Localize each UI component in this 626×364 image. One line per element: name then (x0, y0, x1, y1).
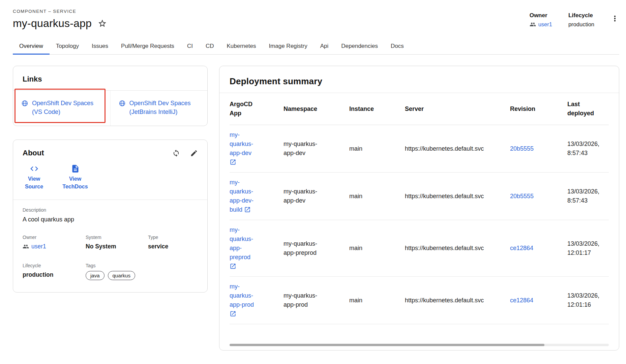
instance-cell: main (349, 277, 405, 324)
tab-topology[interactable]: Topology (50, 38, 85, 54)
system-field-value: No System (86, 243, 148, 250)
view-source-label: View Source (21, 175, 47, 190)
argocd-app-link[interactable]: my-quarkus-app-prod (230, 283, 254, 308)
view-source-button[interactable]: View Source (21, 164, 47, 190)
table-header-row: ArgoCD App Namespace Instance Server Rev… (230, 93, 609, 125)
external-link-icon[interactable] (230, 158, 236, 167)
column-header-namespace: Namespace (284, 104, 323, 114)
tab-overview[interactable]: Overview (13, 38, 50, 54)
deployment-summary-title: Deployment summary (230, 76, 609, 87)
horizontal-scrollbar[interactable] (230, 344, 609, 346)
globe-icon (21, 99, 28, 107)
tag-chip-java[interactable]: java (86, 271, 105, 280)
tab-docs[interactable]: Docs (384, 38, 410, 54)
links-card: Links OpenShift Dev Spaces (VS Code) (13, 66, 208, 126)
table-row: my-quarkus-app-preprod my-quarkus-app-pr… (230, 220, 609, 277)
lifecycle-field-label: Lifecycle (23, 263, 86, 268)
namespace-cell: my-quarkus-app-dev (284, 140, 323, 158)
owner-label: Owner (530, 12, 552, 19)
server-cell: https://kubernetes.default.svc (405, 220, 510, 277)
last-deployed-cell: 13/03/2026, 12:01:17 (567, 239, 604, 257)
description-value: A cool quarkus app (23, 216, 198, 223)
entity-tab-bar: Overview Topology Issues Pull/Merge Requ… (13, 38, 619, 55)
table-row: my-quarkus-app-prod my-quarkus-app-prod … (230, 277, 609, 324)
tab-pull-merge-requests[interactable]: Pull/Merge Requests (115, 38, 181, 54)
about-owner-link[interactable]: user1 (23, 243, 46, 250)
column-header-argocd-app: ArgoCD App (230, 100, 257, 118)
argocd-app-link[interactable]: my-quarkus-app-preprod (230, 226, 253, 261)
column-header-last-deployed: Last deployed (567, 100, 604, 118)
about-owner-value: user1 (31, 243, 46, 250)
entity-kind-breadcrumb: COMPONENT – SERVICE (13, 9, 107, 14)
revision-link[interactable]: 20b5555 (510, 193, 534, 200)
table-row: my-quarkus-app-dev my-quarkus-app-dev ma… (230, 125, 609, 173)
last-deployed-cell: 13/03/2026, 8:57:43 (567, 187, 604, 205)
tab-api[interactable]: Api (314, 38, 335, 54)
links-card-title: Links (23, 75, 198, 84)
group-icon (530, 21, 536, 28)
last-deployed-cell: 13/03/2026, 8:57:43 (567, 140, 604, 158)
owner-field-label: Owner (23, 235, 86, 240)
more-options-button[interactable] (610, 14, 619, 23)
type-field-value: service (148, 243, 198, 250)
lifecycle-label: Lifecycle (568, 12, 594, 19)
tab-kubernetes[interactable]: Kubernetes (220, 38, 262, 54)
external-link-icon[interactable] (244, 205, 251, 214)
revision-link[interactable]: 20b5555 (510, 145, 534, 152)
devspaces-vscode-link[interactable]: OpenShift Dev Spaces (VS Code) (32, 99, 97, 116)
scrollbar-thumb[interactable] (230, 344, 544, 346)
lifecycle-value: production (568, 21, 594, 28)
instance-cell: main (349, 125, 405, 173)
argocd-app-link[interactable]: my-quarkus-app-dev (230, 131, 253, 156)
revision-link[interactable]: ce12864 (510, 297, 533, 304)
column-header-instance: Instance (349, 93, 405, 125)
pencil-icon (190, 149, 198, 157)
left-column: Links OpenShift Dev Spaces (VS Code) (13, 66, 208, 293)
header-left: COMPONENT – SERVICE my-quarkus-app (13, 9, 107, 30)
tag-chip-quarkus[interactable]: quarkus (108, 271, 135, 280)
view-techdocs-button[interactable]: View TechDocs (62, 164, 88, 190)
tab-cd[interactable]: CD (199, 38, 220, 54)
link-item-devspaces-intellij[interactable]: OpenShift Dev Spaces (JetBrains IntelliJ… (110, 91, 208, 126)
favorite-star-button[interactable] (98, 19, 107, 28)
about-field-system: System No System (86, 235, 148, 251)
tags-field-label: Tags (86, 263, 198, 268)
star-icon (98, 19, 107, 28)
about-field-lifecycle: Lifecycle production (23, 263, 86, 280)
external-link-icon[interactable] (230, 262, 236, 271)
table-row: my-quarkus-app-dev-build my-quarkus-app-… (230, 173, 609, 220)
refresh-icon (172, 149, 180, 157)
type-field-label: Type (148, 235, 198, 240)
tab-image-registry[interactable]: Image Registry (262, 38, 314, 54)
tab-issues[interactable]: Issues (85, 38, 115, 54)
owner-user-link[interactable]: user1 (538, 21, 552, 28)
page-title: my-quarkus-app (13, 17, 92, 30)
namespace-cell: my-quarkus-app-preprod (284, 239, 323, 257)
about-field-owner: Owner user1 (23, 235, 86, 251)
edit-button[interactable] (190, 149, 198, 157)
instance-cell: main (349, 173, 405, 220)
refresh-button[interactable] (172, 149, 180, 157)
overview-content: Links OpenShift Dev Spaces (VS Code) (13, 66, 619, 351)
namespace-cell: my-quarkus-app-prod (284, 291, 323, 309)
revision-link[interactable]: ce12864 (510, 245, 533, 251)
page-header: COMPONENT – SERVICE my-quarkus-app Owner… (13, 9, 619, 30)
view-techdocs-label: View TechDocs (62, 175, 88, 190)
kebab-icon (610, 14, 619, 23)
tab-dependencies[interactable]: Dependencies (335, 38, 384, 54)
devspaces-intellij-link[interactable]: OpenShift Dev Spaces (JetBrains IntelliJ… (129, 99, 194, 116)
description-label: Description (23, 207, 198, 213)
external-link-icon[interactable] (230, 309, 236, 318)
header-meta: Owner user1 Lifecycle production (530, 9, 619, 28)
tab-ci[interactable]: CI (181, 38, 199, 54)
link-item-devspaces-vscode[interactable]: OpenShift Dev Spaces (VS Code) (13, 91, 110, 126)
deployment-table: ArgoCD App Namespace Instance Server Rev… (230, 93, 609, 324)
about-card: About (13, 140, 208, 292)
server-cell: https://kubernetes.default.svc (405, 277, 510, 324)
document-icon (71, 164, 80, 173)
column-header-revision: Revision (510, 93, 567, 125)
owner-block: Owner user1 (530, 12, 552, 28)
globe-icon (119, 99, 126, 107)
instance-cell: main (349, 220, 405, 277)
server-cell: https://kubernetes.default.svc (405, 173, 510, 220)
